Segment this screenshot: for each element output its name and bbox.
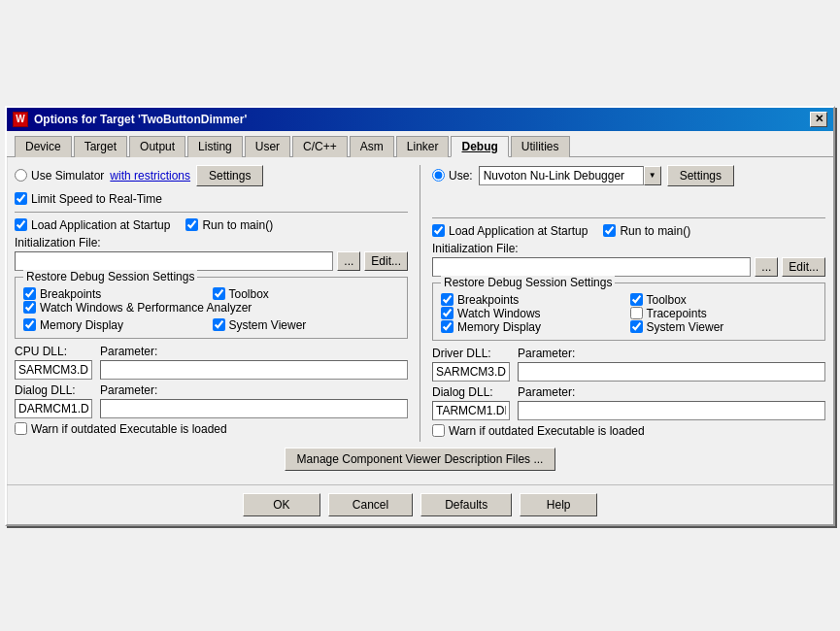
left-memory-checkbox[interactable] xyxy=(23,318,36,331)
right-tracepoints-checkbox[interactable] xyxy=(630,307,643,319)
left-run-to-main-checkbox[interactable] xyxy=(185,218,198,231)
right-driver-dll-labels: Driver DLL: Parameter: xyxy=(432,347,825,360)
left-restore-group-label: Restore Debug Session Settings xyxy=(23,270,197,283)
tab-device[interactable]: Device xyxy=(15,136,72,157)
left-toolbox-label[interactable]: Toolbox xyxy=(213,287,400,301)
ok-button[interactable]: OK xyxy=(243,493,320,516)
left-memory-label[interactable]: Memory Display xyxy=(23,318,211,332)
close-button[interactable]: ✕ xyxy=(810,112,827,127)
right-sysviewer-label[interactable]: System Viewer xyxy=(630,320,818,334)
tab-output[interactable]: Output xyxy=(129,136,185,157)
right-edit-button[interactable]: Edit... xyxy=(782,257,825,277)
use-radio[interactable] xyxy=(432,169,445,182)
limit-speed-text: Limit Speed to Real-Time xyxy=(31,192,162,206)
right-settings-button[interactable]: Settings xyxy=(667,165,734,186)
right-driver-dll-input[interactable] xyxy=(432,362,510,382)
right-tracepoints-label[interactable]: Tracepoints xyxy=(630,307,818,320)
right-toolbox-label[interactable]: Toolbox xyxy=(630,293,818,307)
right-restore-grid2: Watch Windows Tracepoints xyxy=(441,307,817,320)
left-run-to-main-text: Run to main() xyxy=(202,218,273,232)
right-dialog-dll-section: Dialog DLL: Parameter: xyxy=(432,385,825,420)
left-watch-checkbox[interactable] xyxy=(23,301,36,314)
left-browse-button[interactable]: ... xyxy=(337,251,360,271)
tab-listing[interactable]: Listing xyxy=(187,136,243,157)
right-dialog-param-input[interactable] xyxy=(518,401,825,420)
left-breakpoints-label[interactable]: Breakpoints xyxy=(23,287,211,301)
with-restrictions-link[interactable]: with restrictions xyxy=(110,169,190,183)
debugger-dropdown-arrow[interactable]: ▼ xyxy=(644,166,661,185)
left-breakpoints-checkbox[interactable] xyxy=(23,287,36,300)
right-restore-grid3: Memory Display System Viewer xyxy=(441,320,817,334)
left-load-app-label[interactable]: Load Application at Startup xyxy=(15,218,170,232)
manage-component-button[interactable]: Manage Component Viewer Description File… xyxy=(285,448,556,471)
right-dialog-dll-inputs xyxy=(432,401,825,420)
left-init-file-input[interactable] xyxy=(15,251,333,271)
left-cpu-dll-input[interactable] xyxy=(15,360,92,380)
right-memory-checkbox[interactable] xyxy=(441,320,454,333)
left-dialog-param-input[interactable] xyxy=(100,399,408,418)
left-cpu-param-input-wrap xyxy=(100,360,408,380)
cancel-button[interactable]: Cancel xyxy=(328,493,413,516)
left-warn-label[interactable]: Warn if outdated Executable is loaded xyxy=(15,422,227,436)
left-sysviewer-label[interactable]: System Viewer xyxy=(213,318,400,332)
tab-cpp[interactable]: C/C++ xyxy=(292,136,348,157)
right-run-to-main-checkbox[interactable] xyxy=(603,224,616,237)
tab-debug[interactable]: Debug xyxy=(451,136,508,157)
left-restore-content: Breakpoints Toolbox Watch Windows & Perf… xyxy=(23,287,399,332)
limit-speed-label[interactable]: Limit Speed to Real-Time xyxy=(15,192,162,206)
right-dialog-dll-label: Dialog DLL: xyxy=(432,385,510,399)
right-load-app-checkbox[interactable] xyxy=(432,224,445,237)
right-watch-checkbox[interactable] xyxy=(441,307,454,319)
left-edit-button[interactable]: Edit... xyxy=(364,251,408,271)
left-settings-button[interactable]: Settings xyxy=(196,165,263,186)
right-breakpoints-checkbox[interactable] xyxy=(441,293,454,306)
tab-user[interactable]: User xyxy=(245,136,290,157)
right-load-app-label[interactable]: Load Application at Startup xyxy=(432,224,588,238)
right-warn-label[interactable]: Warn if outdated Executable is loaded xyxy=(432,424,645,438)
tab-linker[interactable]: Linker xyxy=(396,136,450,157)
help-button[interactable]: Help xyxy=(520,493,597,516)
left-warn-checkbox[interactable] xyxy=(15,422,27,435)
right-init-file-input[interactable] xyxy=(432,257,751,277)
limit-speed-checkbox[interactable] xyxy=(15,192,27,205)
use-simulator-label[interactable]: Use Simulator xyxy=(15,169,104,183)
right-warn-checkbox[interactable] xyxy=(432,424,445,437)
right-run-to-main-label[interactable]: Run to main() xyxy=(603,224,690,238)
use-text: Use: xyxy=(449,169,473,183)
right-sysviewer-checkbox[interactable] xyxy=(630,320,643,333)
debugger-input[interactable] xyxy=(479,166,644,185)
right-browse-button[interactable]: ... xyxy=(755,257,778,277)
right-dialog-dll-input[interactable] xyxy=(432,401,510,420)
right-restore-content: Breakpoints Toolbox Watch Windows xyxy=(441,293,817,334)
right-memory-text: Memory Display xyxy=(457,320,541,334)
use-simulator-radio[interactable] xyxy=(15,169,27,182)
tab-target[interactable]: Target xyxy=(74,136,127,157)
left-watch-text: Watch Windows & Performance Analyzer xyxy=(40,301,252,315)
use-radio-label[interactable]: Use: xyxy=(432,169,473,183)
right-init-file-row: ... Edit... xyxy=(432,257,825,277)
right-driver-param-input[interactable] xyxy=(518,362,825,382)
right-toolbox-checkbox[interactable] xyxy=(630,293,643,306)
right-warn-row: Warn if outdated Executable is loaded xyxy=(432,424,825,438)
right-breakpoints-label[interactable]: Breakpoints xyxy=(441,293,628,307)
right-init-file-label: Initialization File: xyxy=(432,242,825,255)
right-panel: Use: ▼ Settings Load Application at Sta xyxy=(432,165,825,442)
main-dialog: W Options for Target 'TwoButtonDimmer' ✕… xyxy=(5,106,835,526)
left-dialog-dll-input[interactable] xyxy=(15,399,92,418)
left-run-to-main-label[interactable]: Run to main() xyxy=(185,218,273,232)
right-driver-dll-section: Driver DLL: Parameter: xyxy=(432,347,825,382)
right-memory-label[interactable]: Memory Display xyxy=(441,320,628,334)
left-cpu-param-input[interactable] xyxy=(100,360,408,380)
defaults-button[interactable]: Defaults xyxy=(420,493,512,516)
left-toolbox-checkbox[interactable] xyxy=(213,287,225,300)
left-load-app-checkbox[interactable] xyxy=(15,218,27,231)
right-driver-dll-label: Driver DLL: xyxy=(432,347,510,360)
tab-utilities[interactable]: Utilities xyxy=(511,136,570,157)
right-restore-group-label: Restore Debug Session Settings xyxy=(441,276,615,289)
right-driver-param-input-wrap xyxy=(518,362,825,382)
left-watch-label[interactable]: Watch Windows & Performance Analyzer xyxy=(23,301,252,315)
use-row: Use: ▼ Settings xyxy=(432,165,825,186)
left-sysviewer-checkbox[interactable] xyxy=(213,318,225,331)
right-watch-label[interactable]: Watch Windows xyxy=(441,307,628,320)
tab-asm[interactable]: Asm xyxy=(350,136,394,157)
